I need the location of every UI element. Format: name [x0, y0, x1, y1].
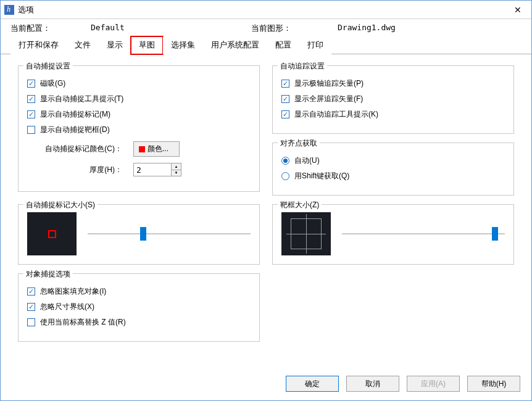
aperture-grid-icon	[291, 218, 322, 249]
ok-button[interactable]: 确定	[286, 376, 339, 392]
radio-auto[interactable]	[281, 157, 289, 165]
chk-polar-vec-label: 显示极轴追踪矢量(P)	[294, 78, 364, 89]
chk-snap-tooltip-label: 显示自动捕捉工具提示(T)	[40, 94, 123, 104]
chk-ignore-hatch-label: 忽略图案填充对象(I)	[40, 286, 106, 297]
tab-select-set[interactable]: 选择集	[163, 36, 203, 54]
chk-ignore-dim[interactable]	[27, 303, 35, 311]
tab-print[interactable]: 打印	[299, 36, 331, 54]
autotrack-title: 自动追踪设置	[278, 61, 327, 72]
thickness-down[interactable]: ▼	[172, 170, 181, 176]
config-label: 当前配置：	[10, 23, 91, 34]
thickness-up[interactable]: ▲	[172, 163, 181, 170]
marker-slider-thumb[interactable]	[140, 227, 146, 241]
tab-sketch[interactable]: 草图	[131, 36, 163, 54]
chk-fullscreen-vec-label: 显示全屏追踪矢量(F)	[294, 94, 363, 104]
obj-snap-title: 对象捕捉选项	[23, 269, 73, 279]
chk-aperture-box-label: 显示自动捕捉靶框(D)	[40, 125, 110, 135]
tab-content: 自动捕捉设置 磁吸(G) 显示自动捕捉工具提示(T) 显示自动捕捉标记(M)	[1, 54, 531, 370]
chk-magnet[interactable]	[27, 80, 35, 88]
tab-open-save[interactable]: 打开和保存	[10, 36, 67, 54]
aperture-size-title: 靶框大小(Z)	[278, 200, 322, 210]
color-button-label: 颜色...	[148, 144, 168, 154]
titlebar: 选项 ✕	[1, 1, 531, 19]
info-row: 当前配置： Default 当前图形： Drawing1.dwg	[1, 19, 531, 36]
chk-ignore-dim-label: 忽略尺寸界线(X)	[40, 302, 94, 312]
tab-display[interactable]: 显示	[99, 36, 131, 54]
tab-file[interactable]: 文件	[67, 36, 99, 54]
marker-preview	[27, 212, 77, 255]
marker-size-title: 自动捕捉标记大小(S)	[23, 200, 98, 210]
config-value: Default	[91, 23, 251, 34]
aperture-size-slider[interactable]	[342, 228, 505, 240]
thickness-stepper[interactable]: ▲ ▼	[133, 163, 181, 176]
chk-use-elev-label: 使用当前标高替换 Z 值(R)	[40, 317, 126, 328]
tab-config[interactable]: 配置	[267, 36, 299, 54]
autosnap-title: 自动捕捉设置	[23, 61, 73, 72]
chk-aperture-box[interactable]	[27, 126, 35, 134]
chk-magnet-label: 磁吸(G)	[40, 78, 65, 89]
radio-shift[interactable]	[281, 172, 289, 180]
cancel-button[interactable]: 取消	[346, 376, 399, 392]
apply-button[interactable]: 应用(A)	[407, 376, 460, 392]
tab-user-sys[interactable]: 用户系统配置	[203, 36, 267, 54]
chk-polar-vec[interactable]	[281, 80, 289, 88]
tab-strip: 打开和保存 文件 显示 草图 选择集 用户系统配置 配置 打印	[1, 36, 531, 54]
radio-auto-label: 自动(U)	[294, 155, 320, 166]
color-button[interactable]: 颜色...	[133, 141, 180, 157]
marker-square-icon	[48, 230, 56, 238]
marker-size-slider[interactable]	[88, 228, 251, 240]
obj-snap-group: 对象捕捉选项 忽略图案填充对象(I) 忽略尺寸界线(X) 使用当前标高替换 Z …	[18, 273, 260, 342]
autosnap-group: 自动捕捉设置 磁吸(G) 显示自动捕捉工具提示(T) 显示自动捕捉标记(M)	[18, 65, 260, 192]
help-button[interactable]: 帮助(H)	[467, 376, 520, 392]
mark-color-label: 自动捕捉标记颜色(C)：	[27, 144, 133, 154]
autotrack-group: 自动追踪设置 显示极轴追踪矢量(P) 显示全屏追踪矢量(F) 显示自动追踪工具提…	[272, 65, 514, 134]
align-acq-group: 对齐点获取 自动(U) 用Shift键获取(Q)	[272, 143, 514, 196]
button-bar: 确定 取消 应用(A) 帮助(H)	[1, 370, 531, 400]
aperture-preview	[281, 212, 331, 255]
window-title: 选项	[18, 4, 34, 15]
app-icon	[4, 5, 14, 15]
drawing-label: 当前图形：	[251, 23, 338, 34]
marker-size-group: 自动捕捉标记大小(S)	[18, 204, 260, 265]
chk-fullscreen-vec[interactable]	[281, 95, 289, 103]
chk-snap-marker-label: 显示自动捕捉标记(M)	[40, 109, 110, 120]
thickness-label: 厚度(H)：	[27, 165, 133, 175]
radio-shift-label: 用Shift键获取(Q)	[294, 171, 349, 181]
close-icon: ✕	[514, 5, 522, 15]
align-acq-title: 对齐点获取	[278, 138, 320, 149]
chk-use-elev[interactable]	[27, 318, 35, 326]
color-swatch-icon	[139, 146, 145, 152]
chk-track-tooltip[interactable]	[281, 110, 289, 118]
options-window: 选项 ✕ 当前配置： Default 当前图形： Drawing1.dwg 打开…	[0, 0, 532, 401]
aperture-size-group: 靶框大小(Z)	[272, 204, 514, 265]
chk-snap-marker[interactable]	[27, 110, 35, 118]
aperture-slider-thumb[interactable]	[492, 227, 498, 241]
chk-snap-tooltip[interactable]	[27, 95, 35, 103]
drawing-value: Drawing1.dwg	[338, 23, 396, 34]
chk-ignore-hatch[interactable]	[27, 287, 35, 296]
thickness-input[interactable]	[134, 163, 171, 176]
chk-track-tooltip-label: 显示自动追踪工具提示(K)	[294, 109, 378, 120]
close-button[interactable]: ✕	[504, 1, 531, 19]
